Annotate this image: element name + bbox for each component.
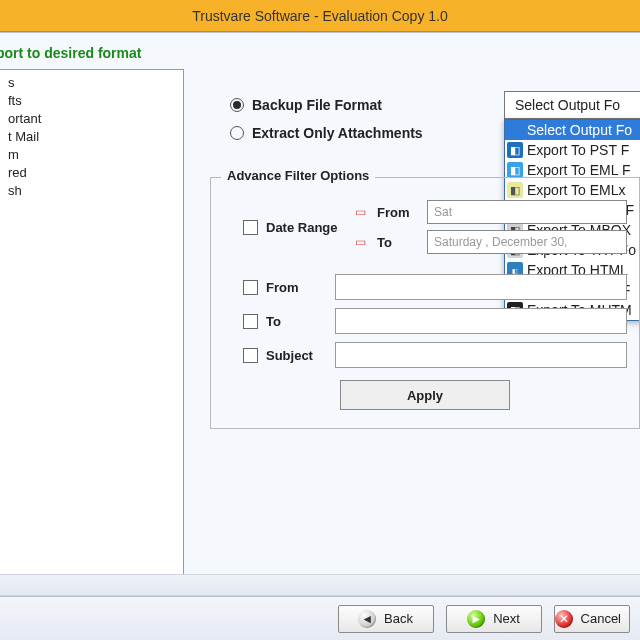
radio-backup-label: Backup File Format [252,97,382,113]
cancel-button[interactable]: ✕ Cancel [554,605,630,633]
from-field-label: From [266,280,299,295]
to-text-input[interactable] [335,308,627,334]
app-window: Trustvare Software - Evaluation Copy 1.0… [0,0,640,640]
window-title: Trustvare Software - Evaluation Copy 1.0 [192,8,448,24]
title-bar: Trustvare Software - Evaluation Copy 1.0 [0,0,640,32]
calendar-from-icon: ▭ [353,205,367,219]
to-filter-row: To [223,308,627,334]
to-label: To [377,235,417,250]
tree-item[interactable]: ortant [2,110,181,128]
subject-text-input[interactable] [335,342,627,368]
content-area: s fts ortant t Mail m red sh Backup File… [0,69,640,578]
subject-field-label: Subject [266,348,313,363]
date-range-label: Date Range [266,220,338,235]
subject-filter-row: Subject [223,342,627,368]
to-field-label: To [266,314,281,329]
radio-backup[interactable] [230,98,244,112]
dropdown-item-label: Select Output Fo [527,122,632,138]
from-date-input[interactable]: Sat [427,200,627,224]
tree-item[interactable]: fts [2,92,181,110]
checkbox-subject[interactable] [243,348,258,363]
radio-extract[interactable] [230,126,244,140]
dropdown-item[interactable]: ◧Export To PST F [505,140,640,160]
output-format-label: Select Output Fo [515,97,620,113]
checkbox-from[interactable] [243,280,258,295]
dropdown-item[interactable]: Select Output Fo [505,120,640,140]
from-label: From [377,205,417,220]
from-filter-row: From [223,274,627,300]
folder-tree[interactable]: s fts ortant t Mail m red sh [0,69,184,578]
next-button[interactable]: ► Next [446,605,542,633]
back-arrow-icon: ◄ [358,610,376,628]
back-button[interactable]: ◄ Back [338,605,434,633]
main-panel: Backup File Format Extract Only Attachme… [202,69,640,578]
cancel-x-icon: ✕ [555,610,573,628]
to-date-input[interactable]: Saturday , December 30, [427,230,627,254]
output-format-button[interactable]: Select Output Fo [504,91,640,119]
tree-item[interactable]: t Mail [2,128,181,146]
tree-item[interactable]: m [2,146,181,164]
apply-button[interactable]: Apply [340,380,510,410]
footer-nav: ◄ Back ► Next ✕ Cancel [0,596,640,640]
section-heading: port to desired format [0,41,640,69]
from-text-input[interactable] [335,274,627,300]
radio-extract-label: Extract Only Attachments [252,125,423,141]
checkbox-to[interactable] [243,314,258,329]
checkbox-date-range[interactable] [243,220,258,235]
dropdown-item-label: Export To EML F [527,162,630,178]
separator-strip [0,574,640,596]
advance-filter-group: Advance Filter Options Date Range ▭ From [210,177,640,429]
tree-item[interactable]: red [2,164,181,182]
eml-icon: ◧ [507,162,523,178]
window-body: port to desired format s fts ortant t Ma… [0,32,640,640]
dropdown-item-label: Export To PST F [527,142,629,158]
date-range-row: Date Range ▭ From Sat ▭ [223,200,627,254]
group-title: Advance Filter Options [221,168,375,183]
tree-item[interactable]: sh [2,182,181,200]
pst-icon: ◧ [507,142,523,158]
blank-icon [507,122,523,138]
calendar-to-icon: ▭ [353,235,367,249]
tree-item[interactable]: s [2,74,181,92]
next-arrow-icon: ► [467,610,485,628]
